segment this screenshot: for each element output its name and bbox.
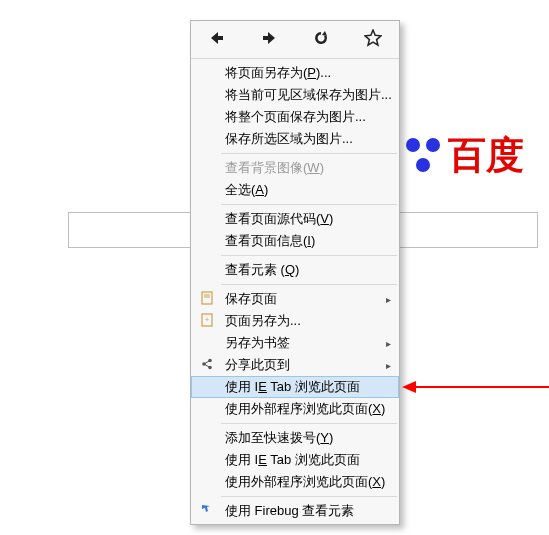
separator <box>221 204 397 205</box>
brand-text: 百度 <box>448 130 524 181</box>
menu-item-label: 使用 IE Tab 浏览此页面 <box>225 378 360 396</box>
menu-item-label: 使用 IE Tab 浏览此页面 <box>225 451 360 469</box>
menu-item-label: 另存为书签 <box>225 334 290 352</box>
menu-item-3[interactable]: 保存所选区域为图片... <box>191 128 399 150</box>
menu-item-8[interactable]: 查看页面源代码(V) <box>191 208 399 230</box>
menu-item-24[interactable]: 使用 Firebug 查看元素 <box>191 500 399 522</box>
menu-item-label: 使用 Firebug 查看元素 <box>225 502 354 520</box>
separator <box>221 255 397 256</box>
svg-line-9 <box>204 364 210 368</box>
menu-item-22[interactable]: 使用外部程序浏览此页面(X) <box>191 471 399 493</box>
back-arrow-icon[interactable] <box>205 30 229 49</box>
separator <box>221 284 397 285</box>
context-menu: 将页面另存为(P)...将当前可见区域保存为图片...将整个页面保存为图片...… <box>190 20 400 525</box>
menu-item-14[interactable]: +页面另存为... <box>191 310 399 332</box>
menu-item-label: 全选(A) <box>225 181 268 199</box>
menu-item-11[interactable]: 查看元素 (Q) <box>191 259 399 281</box>
separator <box>221 496 397 497</box>
star-icon[interactable] <box>361 29 385 50</box>
menu-item-label: 查看背景图像(W) <box>225 159 324 177</box>
menu-item-label: 保存页面 <box>225 290 277 308</box>
menu-item-label: 保存所选区域为图片... <box>225 130 353 148</box>
menu-item-20[interactable]: 添加至快速拨号(Y) <box>191 427 399 449</box>
menu-item-13[interactable]: 保存页面 <box>191 288 399 310</box>
menu-item-label: 将当前可见区域保存为图片... <box>225 86 392 104</box>
menu-item-label: 查看页面源代码(V) <box>225 210 333 228</box>
save-page-icon <box>199 291 215 308</box>
menu-item-16[interactable]: 分享此页到 <box>191 354 399 376</box>
save-as-icon: + <box>199 313 215 330</box>
menu-item-label: 将整个页面保存为图片... <box>225 108 366 126</box>
menu-item-label: 分享此页到 <box>225 356 290 374</box>
forward-arrow-icon[interactable] <box>257 30 281 49</box>
brand-logo: 百度 <box>404 130 524 181</box>
menu-item-0[interactable]: 将页面另存为(P)... <box>191 62 399 84</box>
separator <box>221 423 397 424</box>
svg-marker-11 <box>402 381 416 393</box>
separator <box>221 153 397 154</box>
menu-item-label: 将页面另存为(P)... <box>225 64 331 82</box>
svg-text:+: + <box>205 316 209 323</box>
svg-rect-0 <box>202 292 212 304</box>
menu-item-5: 查看背景图像(W) <box>191 157 399 179</box>
reload-icon[interactable] <box>309 29 333 50</box>
menu-item-18[interactable]: 使用外部程序浏览此页面(X) <box>191 398 399 420</box>
menu-item-label: 使用外部程序浏览此页面(X) <box>225 400 385 418</box>
menu-item-1[interactable]: 将当前可见区域保存为图片... <box>191 84 399 106</box>
nav-row <box>191 21 399 59</box>
menu-item-9[interactable]: 查看页面信息(I) <box>191 230 399 252</box>
menu-item-label: 页面另存为... <box>225 312 301 330</box>
annotation-arrow <box>402 378 549 396</box>
menu-item-label: 使用外部程序浏览此页面(X) <box>225 473 385 491</box>
menu-item-label: 查看元素 (Q) <box>225 261 299 279</box>
inspect-icon <box>199 503 215 520</box>
share-icon <box>199 357 215 374</box>
menu-item-17[interactable]: 使用 IE Tab 浏览此页面 <box>191 376 399 398</box>
menu-item-label: 查看页面信息(I) <box>225 232 315 250</box>
menu-item-15[interactable]: 另存为书签 <box>191 332 399 354</box>
menu-item-6[interactable]: 全选(A) <box>191 179 399 201</box>
svg-line-8 <box>204 360 210 364</box>
menu-item-label: 添加至快速拨号(Y) <box>225 429 333 447</box>
menu-item-2[interactable]: 将整个页面保存为图片... <box>191 106 399 128</box>
paw-icon <box>404 136 444 176</box>
menu-item-21[interactable]: 使用 IE Tab 浏览此页面 <box>191 449 399 471</box>
